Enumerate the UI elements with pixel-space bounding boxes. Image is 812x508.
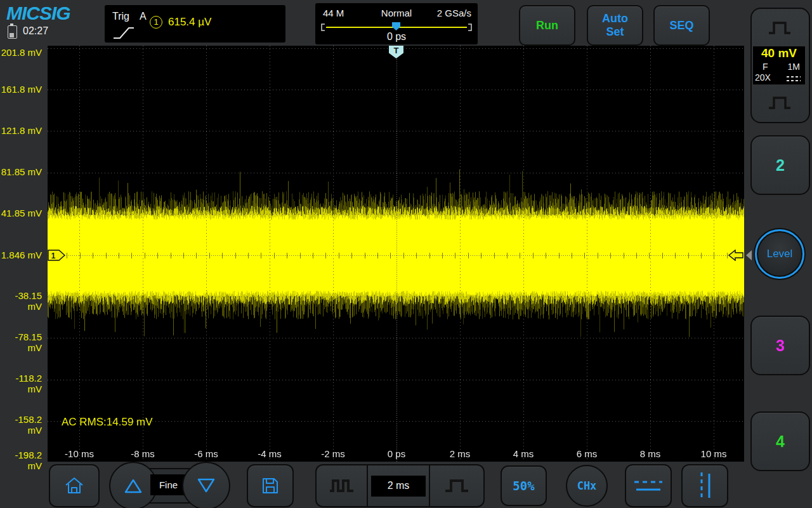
slider-right-bracket-icon xyxy=(468,23,472,31)
trigger-50-percent-button[interactable]: 50% xyxy=(501,465,547,506)
x-axis-label: -4 ms xyxy=(258,448,282,459)
trigger-level-arrow[interactable] xyxy=(728,250,743,261)
y-axis-label: 1.846 mV xyxy=(0,250,42,260)
trigger-channel-badge: 1 xyxy=(150,16,162,29)
x-axis-label: 2 ms xyxy=(450,448,471,459)
waveform-canvas[interactable] xyxy=(48,46,744,462)
measurement-readout: AC RMS:14.59 mV xyxy=(62,416,153,429)
timebase-control-group: 2 ms xyxy=(315,464,485,507)
x-axis-label: 10 ms xyxy=(701,448,727,459)
x-axis-label: -8 ms xyxy=(131,448,155,459)
timebase-value-segment: 2 ms xyxy=(367,465,429,506)
y-axis-label: -118.2 mV xyxy=(0,373,42,394)
coupling-dashes-icon xyxy=(786,75,801,83)
x-axis-label: 4 ms xyxy=(513,448,534,459)
oscilloscope-screen: MICSIG 02:27 Trig A 1 615.4 µV 44 M Norm… xyxy=(0,0,812,508)
channel-select-button[interactable]: CHx xyxy=(566,465,608,507)
timebase-zoom-out-button[interactable] xyxy=(317,465,367,506)
channel1-coupling: F xyxy=(763,62,768,72)
save-button[interactable] xyxy=(247,464,294,507)
x-axis-label: 6 ms xyxy=(577,448,598,459)
timebase-status-box[interactable]: 44 M Normal 2 GSa/s 0 ps xyxy=(315,3,478,44)
vertical-cursor-button[interactable] xyxy=(681,464,728,507)
horizontal-cursor-icon xyxy=(631,474,665,497)
vertical-cursor-icon xyxy=(693,469,716,502)
pulse-icon xyxy=(443,477,471,495)
trigger-status-box[interactable]: Trig A 1 615.4 µV xyxy=(105,5,285,43)
adjust-down-button[interactable] xyxy=(182,462,230,508)
slider-left-bracket-icon xyxy=(321,23,325,31)
y-axis-label: -198.2 mV xyxy=(0,450,42,471)
waveform-display: T 1 AC RMS:14.59 mV -10 ms -8 ms -6 ms -… xyxy=(48,46,744,462)
x-axis-label: -6 ms xyxy=(194,448,218,459)
trigger-level-value: 615.4 µV xyxy=(168,16,211,29)
channel2-button[interactable]: 2 xyxy=(750,135,810,195)
horizontal-position-marker[interactable] xyxy=(392,22,400,30)
channel4-button[interactable]: 4 xyxy=(750,411,810,471)
x-axis-label: 8 ms xyxy=(640,448,661,459)
triangle-down-icon xyxy=(197,478,216,494)
clock: 02:27 xyxy=(23,25,48,37)
triangle-up-icon xyxy=(124,478,143,494)
channel1-impedance: 1M xyxy=(788,62,800,72)
trigger-source: A xyxy=(140,11,147,22)
channel1-zero-marker[interactable]: 1 xyxy=(48,250,65,261)
y-axis-label: 161.8 mV xyxy=(0,84,42,95)
brand-logo: MICSIG xyxy=(6,3,70,24)
channel1-scale: 40 mV xyxy=(753,46,805,60)
save-icon xyxy=(261,476,280,495)
y-axis-label: -158.2 mV xyxy=(0,414,42,436)
channel3-button[interactable]: 3 xyxy=(750,316,810,375)
y-axis-label: -38.15 mV xyxy=(0,290,42,312)
channel1-info-box[interactable]: 40 mV F 1M 20X xyxy=(753,46,805,84)
knob-pointer-icon xyxy=(746,250,752,260)
x-axis-label: -2 ms xyxy=(321,448,345,459)
x-axis-label: 0 ps xyxy=(388,448,405,459)
y-axis-label: 81.85 mV xyxy=(0,166,42,177)
home-button[interactable] xyxy=(49,464,100,507)
horizontal-cursor-button[interactable] xyxy=(625,464,672,507)
channel1-probe: 20X xyxy=(755,72,771,83)
time-per-div-box[interactable]: 2 ms xyxy=(371,476,426,497)
trigger-label: Trig xyxy=(112,11,129,22)
timebase-zoom-in-button[interactable] xyxy=(429,465,483,506)
scale-down-button[interactable] xyxy=(767,95,792,111)
seq-button[interactable]: SEQ xyxy=(653,5,710,46)
scale-up-button[interactable] xyxy=(767,20,792,36)
svg-text:1: 1 xyxy=(51,251,56,260)
autoset-button[interactable]: Auto Set xyxy=(587,5,643,46)
horizontal-position-value: 0 ps xyxy=(315,31,478,43)
pulse-train-icon xyxy=(328,477,356,495)
home-icon xyxy=(63,476,85,496)
channel1-control-group: 40 mV F 1M 20X xyxy=(750,8,810,123)
fine-mode-toggle[interactable]: Fine xyxy=(150,474,187,495)
level-knob[interactable]: Level xyxy=(755,229,804,279)
x-axis-label: -10 ms xyxy=(65,448,94,459)
sample-rate: 2 GSa/s xyxy=(437,8,471,18)
battery-icon xyxy=(8,25,17,39)
y-axis-label: 41.85 mV xyxy=(0,208,42,218)
y-axis-label: -78.15 mV xyxy=(0,331,42,353)
y-axis-label: 121.8 mV xyxy=(0,125,42,136)
rising-edge-icon xyxy=(112,25,135,41)
run-button[interactable]: Run xyxy=(519,5,575,46)
y-axis-label: 201.8 mV xyxy=(0,47,42,58)
